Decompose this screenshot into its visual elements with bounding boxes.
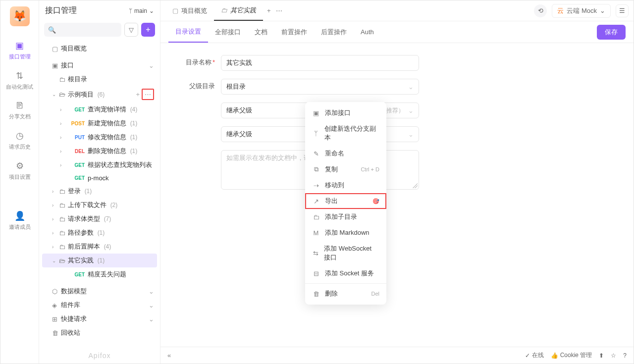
bookmark-button[interactable]: ☆ — [611, 352, 616, 359]
search-input[interactable]: 🔍 — [44, 23, 121, 37]
ctx-add-socket[interactable]: ⊟添加 Socket 服务 — [305, 265, 386, 281]
save-button[interactable]: 保存 — [597, 25, 626, 40]
help-button[interactable]: ? — [623, 352, 627, 359]
tree-components[interactable]: ◈组件库⌄ — [42, 298, 157, 312]
overview-icon: ▢ — [172, 7, 178, 14]
tree-project-overview[interactable]: ▢项目概览 — [42, 42, 157, 55]
subtab-post[interactable]: 后置操作 — [314, 21, 354, 43]
api-icon: ▣ — [312, 109, 320, 117]
tab-overview[interactable]: ▢项目概览 — [165, 0, 214, 21]
tree-root-folder[interactable]: 🗀根目录 — [42, 72, 157, 86]
cookie-icon: 👍 — [551, 352, 558, 359]
rail-automation[interactable]: ⇅自动化测试 — [0, 65, 39, 96]
folder-icon: 🗀 — [59, 202, 68, 209]
nav-rail: 🦊 ▣接口管理 ⇅自动化测试 🖹分享文档 ◷请求历史 ⚙项目设置 👤邀请成员 — [0, 0, 39, 364]
tree-folder[interactable]: ›🗀前后置脚本 (4) — [42, 240, 157, 254]
label-dir-name: 目录名称* — [180, 55, 215, 67]
filter-button[interactable]: ▽ — [124, 23, 138, 37]
select-parent-dir[interactable]: 根目录⌄ — [221, 79, 419, 95]
env-selector[interactable]: 云云端 Mock⌄ — [552, 4, 611, 18]
subtab-dir-settings[interactable]: 目录设置 — [168, 21, 208, 43]
tree-api-item[interactable]: ›DEL删除宠物信息 (1) — [42, 144, 157, 158]
chevron-down-icon: ⌄ — [408, 83, 414, 91]
ctx-rename[interactable]: ✎重命名 — [305, 146, 386, 161]
rail-share-doc[interactable]: 🖹分享文档 — [0, 96, 39, 125]
tree-api-section[interactable]: ▣接口⌄ — [42, 58, 157, 72]
collapse-button[interactable]: « — [167, 352, 171, 359]
chevron-right-icon: › — [52, 230, 59, 236]
ctx-add-api[interactable]: ▣添加接口 — [305, 105, 386, 121]
ctx-delete[interactable]: 🗑删除Del — [305, 286, 386, 302]
refresh-button[interactable]: ⟲ — [534, 4, 547, 17]
folder-icon: 🗀 — [59, 76, 68, 83]
share-doc-icon: 🖹 — [15, 101, 24, 111]
tree-api-item[interactable]: ›PUT修改宠物信息 (1) — [42, 130, 157, 144]
tab-more-button[interactable]: ⋯ — [276, 7, 282, 14]
tab-other-practice[interactable]: 🗀其它实践 — [214, 0, 263, 21]
tree-api-item[interactable]: ›POST新建宠物信息 (1) — [42, 116, 157, 130]
ctx-create-branch-copy[interactable]: ᛘ创建新迭代分支副本 — [305, 121, 386, 146]
tree-folder[interactable]: ›🗀登录 (1) — [42, 184, 157, 198]
cookie-mgmt[interactable]: 👍Cookie 管理 — [551, 351, 592, 360]
search-icon: 🔍 — [48, 26, 56, 34]
subtab-auth[interactable]: Auth — [354, 21, 381, 43]
tree-example-project[interactable]: ⌄🗁示例项目 (6)+⋯ — [42, 86, 157, 103]
new-tab-button[interactable]: + — [267, 7, 271, 14]
folder-icon: 🗀 — [59, 215, 68, 223]
tree-api-item[interactable]: GETp-mock — [42, 172, 157, 184]
input-dir-name[interactable]: 其它实践 — [221, 55, 419, 71]
app-logo: 🦊 — [10, 6, 30, 26]
tree-folder[interactable]: ›🗀上传下载文件 (2) — [42, 198, 157, 212]
check-icon: ✓ — [525, 352, 530, 359]
chevron-right-icon: › — [60, 121, 67, 126]
ctx-copy[interactable]: ⧉复制Ctrl + D — [305, 161, 386, 177]
subtab-doc[interactable]: 文档 — [248, 21, 274, 43]
branch-selector[interactable]: ᛘmain⌄ — [129, 7, 154, 14]
rail-invite[interactable]: 👤邀请成员 — [0, 206, 39, 236]
history-icon: ◷ — [16, 130, 24, 141]
rail-settings[interactable]: ⚙项目设置 — [0, 156, 39, 186]
branch-icon: ᛘ — [312, 130, 319, 137]
subtab-pre[interactable]: 前置操作 — [274, 21, 314, 43]
subtab-all-api[interactable]: 全部接口 — [208, 21, 248, 43]
more-icon[interactable]: ⋯ — [142, 89, 154, 100]
chevron-right-icon: › — [60, 149, 67, 154]
chevron-right-icon: › — [60, 162, 67, 168]
invite-icon: 👤 — [14, 210, 25, 221]
folder-open-icon: 🗁 — [59, 257, 68, 264]
hamburger-button[interactable]: ☰ — [616, 4, 629, 17]
tree-quick-request[interactable]: ⊞快捷请求⌄ — [42, 312, 157, 326]
tree-api-item[interactable]: ›GET查询宠物详情 (4) — [42, 103, 157, 116]
resize-handle[interactable] — [413, 183, 418, 188]
ctx-add-websocket[interactable]: ⇆添加 WebSocket 接口 — [305, 241, 386, 265]
ctx-export[interactable]: ↗导出🎯 — [305, 193, 386, 209]
plus-icon[interactable]: + — [136, 91, 140, 98]
tree-api-item[interactable]: GET精度丢失问题 — [42, 267, 157, 281]
copy-icon: ⧉ — [312, 165, 320, 173]
chevron-down-icon: ⌄ — [408, 131, 414, 138]
schema-icon: ⬡ — [52, 288, 61, 295]
online-status[interactable]: ✓在线 — [525, 351, 544, 360]
tree-folder[interactable]: ›🗀请求体类型 (7) — [42, 212, 157, 226]
tree-api-item[interactable]: ›GET根据状态查找宠物列表 — [42, 158, 157, 172]
rail-history[interactable]: ◷请求历史 — [0, 125, 39, 156]
tree-recycle-bin[interactable]: 🗑回收站 — [42, 326, 157, 340]
tree-folder-selected[interactable]: ⌄🗁其它实践 (1) — [42, 254, 157, 267]
folder-open-icon: 🗁 — [59, 91, 68, 98]
refresh-icon: ⟲ — [538, 7, 543, 14]
socket-icon: ⊟ — [312, 270, 320, 277]
ctx-add-markdown[interactable]: M添加 Markdown — [305, 225, 386, 241]
rail-api-mgmt[interactable]: ▣接口管理 — [0, 35, 39, 65]
tree-data-model[interactable]: ⬡数据模型⌄ — [42, 284, 157, 298]
add-button[interactable]: + — [141, 23, 155, 37]
settings-icon: ⚙ — [16, 160, 24, 171]
filter-icon: ▽ — [129, 26, 134, 34]
upload-button[interactable]: ⬆ — [599, 352, 604, 359]
ctx-move-to[interactable]: ⇢移动到 — [305, 177, 386, 193]
folder-icon: 🗀 — [59, 243, 68, 251]
ctx-add-subdir[interactable]: 🗀添加子目录 — [305, 209, 386, 225]
chevron-down-icon: ⌄ — [149, 62, 154, 69]
watermark: Apifox — [39, 348, 160, 364]
chevron-down-icon: ⌄ — [149, 302, 154, 309]
tree-folder[interactable]: ›🗀路径参数 (1) — [42, 226, 157, 240]
